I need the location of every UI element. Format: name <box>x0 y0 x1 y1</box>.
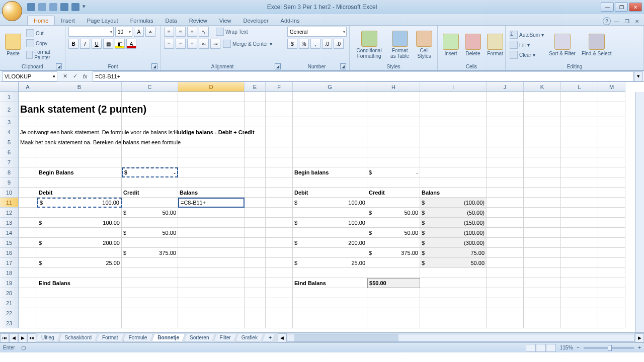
col-header-H[interactable]: H <box>367 82 420 92</box>
cell-F8[interactable] <box>266 167 293 177</box>
cell-H7[interactable] <box>367 157 420 167</box>
tab-developer[interactable]: Developer <box>237 16 274 25</box>
cell-C22[interactable] <box>122 308 178 318</box>
cell-M18[interactable] <box>598 268 625 278</box>
cell-M6[interactable] <box>598 147 625 157</box>
cell-C6[interactable] <box>122 147 178 157</box>
cell-F20[interactable] <box>266 288 293 298</box>
cell-J1[interactable] <box>487 92 524 102</box>
cell-A10[interactable] <box>19 188 37 198</box>
sheet-tab-uitleg[interactable]: Uitleg <box>36 334 60 342</box>
cell-I22[interactable] <box>420 308 487 318</box>
cell-F18[interactable] <box>266 268 293 278</box>
cell-E20[interactable] <box>245 288 266 298</box>
align-bottom-button[interactable]: ≡ <box>187 27 197 37</box>
cell-J6[interactable] <box>487 147 524 157</box>
cell-G4[interactable] <box>293 127 367 137</box>
cell-I16[interactable]: $75.00 <box>420 248 487 258</box>
cell-J3[interactable] <box>487 117 524 127</box>
cell-F11[interactable] <box>266 198 293 208</box>
cell-B18[interactable] <box>37 268 122 278</box>
cell-A23[interactable] <box>19 318 37 328</box>
cell-I11[interactable]: $(100.00) <box>420 198 487 208</box>
sheet-tab-format[interactable]: Format <box>97 334 124 342</box>
cell-D21[interactable] <box>178 298 245 308</box>
cell-A17[interactable] <box>19 258 37 268</box>
cell-A12[interactable] <box>19 208 37 218</box>
row-header-19[interactable]: 19 <box>0 278 19 288</box>
zoom-level[interactable]: 115% <box>560 345 573 350</box>
cell-M21[interactable] <box>598 298 625 308</box>
cell-A9[interactable] <box>19 177 37 188</box>
row-header-3[interactable]: 3 <box>0 117 19 127</box>
cell-I10[interactable]: Balans <box>420 188 487 198</box>
cell-L17[interactable] <box>561 258 598 268</box>
cell-A3[interactable] <box>19 117 37 127</box>
cell-F5[interactable] <box>266 137 293 147</box>
cell-G22[interactable] <box>293 308 367 318</box>
row-header-21[interactable]: 21 <box>0 298 19 308</box>
enter-formula-button[interactable]: ✓ <box>70 72 79 81</box>
cell-K5[interactable] <box>524 137 561 147</box>
cell-K13[interactable] <box>524 218 561 228</box>
cell-F6[interactable] <box>266 147 293 157</box>
row-header-7[interactable]: 7 <box>0 157 19 167</box>
cell-C9[interactable] <box>122 177 178 188</box>
clipboard-launcher[interactable]: ◢ <box>56 63 62 69</box>
cell-H21[interactable] <box>367 298 420 308</box>
cell-M12[interactable] <box>598 208 625 218</box>
cell-J9[interactable] <box>487 177 524 188</box>
cell-K17[interactable] <box>524 258 561 268</box>
cell-L16[interactable] <box>561 248 598 258</box>
cell-L8[interactable] <box>561 167 598 177</box>
cell-K7[interactable] <box>524 157 561 167</box>
cell-C10[interactable]: Credit <box>122 188 178 198</box>
cell-D15[interactable] <box>178 238 245 248</box>
align-right-button[interactable]: ≡ <box>187 39 197 49</box>
cell-E18[interactable] <box>245 268 266 278</box>
row-header-4[interactable]: 4 <box>0 127 19 137</box>
cell-B8[interactable]: Begin Balans <box>37 167 122 177</box>
cell-C17[interactable] <box>122 258 178 268</box>
tab-formulas[interactable]: Formulas <box>124 16 159 25</box>
cell-J21[interactable] <box>487 298 524 308</box>
qat-icon-5[interactable] <box>71 3 79 11</box>
cell-I6[interactable] <box>420 147 487 157</box>
cell-J5[interactable] <box>487 137 524 147</box>
cell-D1[interactable] <box>178 92 245 102</box>
cell-F15[interactable] <box>266 238 293 248</box>
cell-J15[interactable] <box>487 238 524 248</box>
cell-M8[interactable] <box>598 167 625 177</box>
cell-G10[interactable]: Debit <box>293 188 367 198</box>
accounting-button[interactable]: $ <box>287 39 297 49</box>
cell-L20[interactable] <box>561 288 598 298</box>
cell-K20[interactable] <box>524 288 561 298</box>
col-header-L[interactable]: L <box>561 82 598 92</box>
cell-A19[interactable] <box>19 278 37 288</box>
cell-L18[interactable] <box>561 268 598 278</box>
cell-A7[interactable] <box>19 157 37 167</box>
prev-sheet-button[interactable]: ◀ <box>9 333 18 342</box>
cell-D10[interactable]: Balans <box>178 188 245 198</box>
cell-M15[interactable] <box>598 238 625 248</box>
col-header-D[interactable]: D <box>178 82 245 92</box>
cell-J13[interactable] <box>487 218 524 228</box>
row-header-1[interactable]: 1 <box>0 92 19 102</box>
cell-H12[interactable]: $50.00 <box>367 208 420 218</box>
cell-A11[interactable] <box>19 198 37 208</box>
cell-K6[interactable] <box>524 147 561 157</box>
tab-view[interactable]: View <box>213 16 237 25</box>
cell-C8[interactable]: $- <box>122 167 178 177</box>
cell-C1[interactable] <box>122 92 178 102</box>
formula-bar[interactable]: =C8-B11+ <box>93 71 634 81</box>
cell-J2[interactable] <box>487 102 524 117</box>
cell-H13[interactable] <box>367 218 420 228</box>
row-header-13[interactable]: 13 <box>0 218 19 228</box>
cell-F3[interactable] <box>266 117 293 127</box>
cell-G6[interactable] <box>293 147 367 157</box>
cell-G21[interactable] <box>293 298 367 308</box>
row-header-16[interactable]: 16 <box>0 248 19 258</box>
col-header-B[interactable]: B <box>37 82 122 92</box>
cell-G17[interactable]: $25.00 <box>293 258 367 268</box>
cell-M5[interactable] <box>598 137 625 147</box>
